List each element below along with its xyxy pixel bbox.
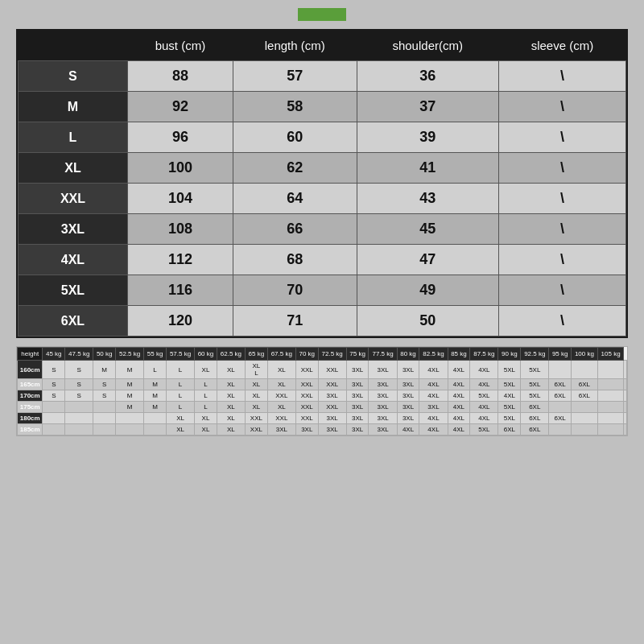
sec-col-header-22: 100 kg [572,348,598,361]
sec-cell-3-8: XL [246,402,268,413]
sec-cell-0-7: XL [217,361,245,379]
sec-cell-4-10: XXL [295,413,318,424]
sec-cell-4-1 [65,413,93,424]
sec-col-header-8: 62.5 kg [217,348,245,361]
sec-cell-2-9: XXL [267,390,295,402]
sec-cell-4-13: 3XL [369,413,397,424]
list-item: 175cmMMLLXLXLXLXXLXXL3XL3XL3XL3XL4XL4XL5… [18,402,627,413]
sec-cell-0-0: S [43,361,65,379]
sec-cell-5-3 [116,424,144,436]
sec-cell-1-11: XXL [318,379,346,390]
table-row: XL1006241\ [19,153,626,184]
page-title [298,8,346,21]
main-col-header-0 [19,31,128,61]
table-row: XXL1046443\ [19,184,626,214]
main-cell-5-2: 66 [233,214,357,245]
main-cell-8-1: 120 [127,306,233,336]
main-cell-2-4: \ [498,122,625,153]
sec-cell-3-21 [572,402,598,413]
sec-cell-1-5: L [166,379,194,390]
sec-cell-3-6: L [195,402,217,413]
sec-cell-3-2 [93,402,116,413]
sec-cell-3-14: 3XL [397,402,419,413]
sec-height-3: 175cm [18,402,43,413]
main-col-header-1: bust (cm) [127,31,233,61]
sec-cell-3-16: 4XL [448,402,470,413]
main-cell-1-4: \ [498,92,625,122]
sec-cell-1-3: M [116,379,144,390]
sec-cell-5-18: 6XL [498,424,521,436]
sec-cell-2-1: S [65,390,93,402]
sec-cell-5-1 [65,424,93,436]
sec-cell-1-14: 3XL [397,379,419,390]
sec-cell-1-19: 5XL [521,379,549,390]
sec-cell-1-9: XL [267,379,295,390]
sec-cell-3-17: 4XL [470,402,498,413]
list-item: 165cmSSSMMLLXLXLXLXXLXXL3XL3XL3XL4XL4XL4… [18,379,627,390]
sec-height-0: 160cm [18,361,43,379]
sec-height-2: 170cm [18,390,43,402]
sec-cell-2-12: 3XL [346,390,369,402]
sec-cell-5-13: 3XL [369,424,397,436]
sec-col-header-17: 85 kg [448,348,470,361]
sec-cell-5-19: 6XL [521,424,549,436]
sec-col-header-12: 72.5 kg [318,348,346,361]
sec-cell-3-3: M [116,402,144,413]
sec-cell-4-6: XL [195,413,217,424]
sec-cell-1-2: S [93,379,116,390]
sec-cell-4-20: 6XL [549,413,572,424]
main-cell-4-3: 43 [357,184,498,214]
sec-cell-4-9: XXL [267,413,295,424]
sec-cell-1-17: 4XL [470,379,498,390]
sec-cell-4-5: XL [166,413,194,424]
sec-col-header-4: 52.5 kg [116,348,144,361]
sec-cell-3-12: 3XL [346,402,369,413]
sec-cell-5-20 [549,424,572,436]
sec-cell-1-13: 3XL [369,379,397,390]
main-cell-7-0: 5XL [19,275,128,306]
sec-col-header-20: 92.5 kg [521,348,549,361]
main-cell-6-2: 68 [233,245,357,275]
main-cell-6-3: 47 [357,245,498,275]
sec-cell-2-2: S [93,390,116,402]
sec-cell-1-21: 6XL [572,379,598,390]
sec-cell-1-23 [624,379,627,390]
main-cell-1-0: M [19,92,128,122]
sec-cell-0-20 [549,361,572,379]
table-row: 4XL1126847\ [19,245,626,275]
sec-cell-0-23 [624,361,627,379]
main-cell-8-3: 50 [357,306,498,336]
main-cell-3-3: 41 [357,153,498,184]
sec-cell-3-7: XL [217,402,245,413]
list-item: 170cmSSSMMLLXLXLXXLXXL3XL3XL3XL3XL4XL4XL… [18,390,627,402]
sec-cell-0-8: XL L [246,361,268,379]
sec-col-header-2: 47.5 kg [65,348,93,361]
main-cell-6-4: \ [498,245,625,275]
sec-cell-2-8: XL [246,390,268,402]
main-cell-2-1: 96 [127,122,233,153]
main-cell-5-3: 45 [357,214,498,245]
sec-col-header-6: 57.5 kg [166,348,194,361]
main-cell-5-1: 108 [127,214,233,245]
sec-cell-1-18: 5XL [498,379,521,390]
sec-cell-5-22 [597,424,624,436]
sec-col-header-7: 60 kg [195,348,217,361]
sec-cell-2-19: 5XL [521,390,549,402]
table-row: M925837\ [19,92,626,122]
sec-col-header-11: 70 kg [295,348,318,361]
sec-cell-4-14: 3XL [397,413,419,424]
main-cell-3-4: \ [498,153,625,184]
sec-cell-2-7: XL [217,390,245,402]
sec-cell-2-13: 3XL [369,390,397,402]
sec-cell-5-7: XL [217,424,245,436]
sec-cell-0-13: 3XL [369,361,397,379]
sec-cell-3-10: XXL [295,402,318,413]
sec-cell-2-6: L [195,390,217,402]
main-cell-0-2: 57 [233,61,357,92]
sec-cell-4-3 [116,413,144,424]
sec-cell-3-22 [597,402,624,413]
secondary-table-wrapper: height45 kg47.5 kg50 kg52.5 kg55 kg57.5 … [16,346,628,436]
sec-cell-4-2 [93,413,116,424]
sec-cell-0-22 [597,361,624,379]
sec-col-header-23: 105 kg [597,348,624,361]
